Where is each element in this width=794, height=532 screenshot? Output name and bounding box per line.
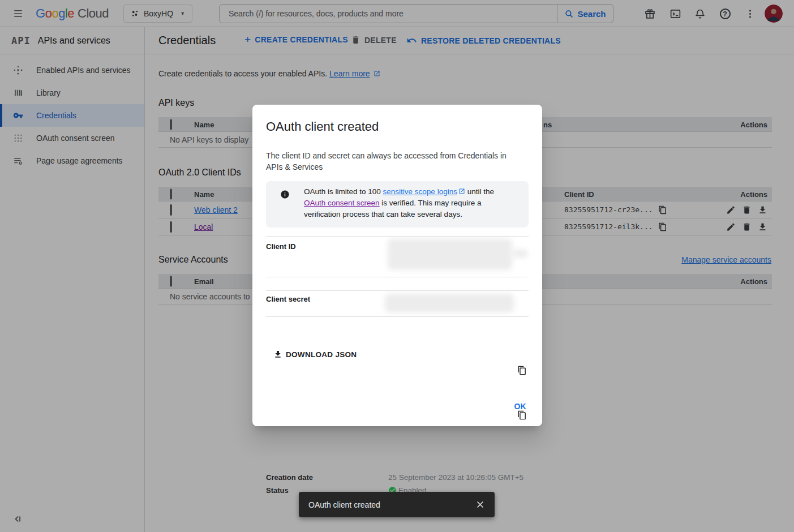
download-icon (273, 350, 282, 359)
oauth-client-created-dialog: OAuth client created The client ID and s… (252, 105, 542, 426)
client-secret-redacted-value (385, 294, 514, 312)
notice-part1: OAuth is limited to 100 (304, 187, 383, 196)
download-json-label: DOWNLOAD JSON (286, 350, 357, 359)
sensitive-scope-logins-link[interactable]: sensitive scope logins (383, 187, 457, 196)
close-icon[interactable] (475, 500, 485, 509)
snackbar-toast: OAuth client created (299, 492, 495, 517)
external-link-icon (458, 188, 465, 195)
dialog-title: OAuth client created (266, 119, 379, 134)
client-id-redacted-value (512, 250, 528, 258)
notice-text: OAuth is limited to 100 sensitive scope … (304, 186, 516, 220)
dialog-subtitle: The client ID and secret can always be a… (266, 150, 515, 173)
toast-message: OAuth client created (308, 500, 380, 509)
copy-client-secret-icon[interactable] (517, 410, 527, 420)
download-json-button[interactable]: DOWNLOAD JSON (273, 350, 357, 359)
info-icon (280, 190, 290, 199)
notice-part2: until the (465, 187, 494, 196)
copy-client-id-icon[interactable] (517, 366, 527, 375)
spacer-row (266, 277, 529, 291)
oauth-consent-screen-link[interactable]: OAuth consent screen (304, 199, 380, 207)
ok-button[interactable]: OK (514, 402, 526, 411)
client-id-redacted-value (388, 239, 512, 270)
client-id-label: Client ID (266, 242, 296, 251)
client-secret-label: Client secret (266, 295, 310, 303)
oauth-limit-notice: OAuth is limited to 100 sensitive scope … (266, 181, 529, 228)
gcp-credentials-page: G o o g l e Cloud BoxyHQ ▼ Search (0, 0, 794, 532)
